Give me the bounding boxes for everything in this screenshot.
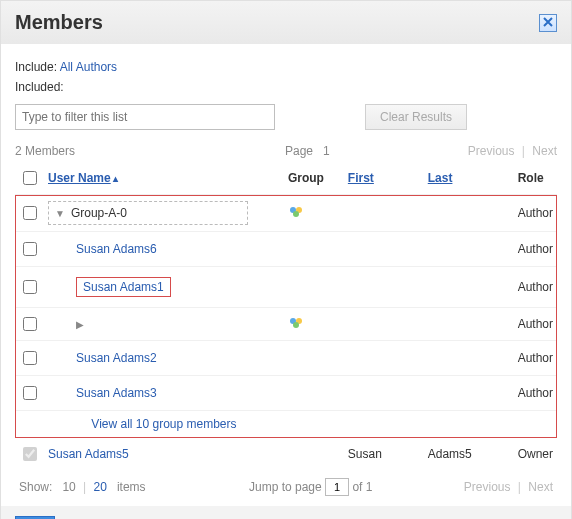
svg-point-2 — [293, 211, 299, 217]
col-last-link[interactable]: Last — [428, 171, 453, 185]
row-checkbox — [23, 447, 37, 461]
expand-down-icon[interactable]: ▼ — [55, 208, 65, 219]
page-size-10[interactable]: 10 — [62, 480, 75, 494]
row-checkbox[interactable] — [23, 280, 37, 294]
highlighted-group-region: ▼ Group-A-0 Author Susan A — [15, 195, 557, 438]
col-group: Group — [284, 162, 344, 195]
col-user-name[interactable]: User Name▴ — [44, 162, 284, 195]
last-cell: Adams5 — [424, 438, 514, 471]
table-row: ▼ Group-A-0 Author — [15, 195, 557, 232]
members-dialog: Members Include: All Authors Included: C… — [0, 0, 572, 519]
row-checkbox[interactable] — [23, 206, 37, 220]
included-label: Included: — [15, 80, 64, 94]
dialog-title: Members — [15, 11, 103, 34]
role-cell: Author — [514, 232, 557, 267]
page-size-20[interactable]: 20 — [94, 480, 107, 494]
member-link[interactable]: Susan Adams2 — [76, 351, 157, 365]
member-link[interactable]: Susan Adams5 — [48, 447, 129, 461]
table-row: Susan Adams5 Susan Adams5 Owner — [15, 438, 557, 471]
page-label: Page — [285, 144, 313, 158]
meta-row: 2 Members Page 1 Previous | Next — [15, 144, 557, 158]
collapsed-group-row[interactable]: ▶ — [48, 315, 248, 334]
button-bar: OK Cancel — [1, 506, 571, 519]
row-checkbox[interactable] — [23, 317, 37, 331]
group-icon — [288, 208, 304, 222]
pager-sep: | — [522, 144, 525, 158]
table-row: Susan Adams3 Author — [15, 376, 557, 411]
col-first-link[interactable]: First — [348, 171, 374, 185]
first-cell: Susan — [344, 438, 424, 471]
dialog-content: Include: All Authors Included: Clear Res… — [1, 44, 571, 506]
jump-page-input[interactable] — [325, 478, 349, 496]
table-row: Susan Adams1 Author — [15, 267, 557, 308]
pager-previous-top: Previous — [468, 144, 515, 158]
group-row[interactable]: ▼ Group-A-0 — [48, 201, 248, 225]
view-all-link[interactable]: View all 10 group members — [91, 417, 236, 431]
svg-point-5 — [293, 322, 299, 328]
include-label: Include: — [15, 60, 57, 74]
titlebar: Members — [1, 1, 571, 44]
table-row: View all 10 group members — [15, 411, 557, 438]
table-row: Susan Adams6 Author — [15, 232, 557, 267]
items-label: items — [117, 480, 146, 494]
show-label: Show: — [19, 480, 52, 494]
clear-results-button: Clear Results — [365, 104, 467, 130]
group-icon — [288, 319, 304, 333]
pager-previous-bottom: Previous — [464, 480, 511, 494]
col-first[interactable]: First — [344, 162, 424, 195]
page-value: 1 — [323, 144, 330, 158]
table-row: Susan Adams2 Author — [15, 341, 557, 376]
pager-next-top: Next — [532, 144, 557, 158]
group-name: Group-A-0 — [71, 206, 127, 220]
sort-asc-icon: ▴ — [113, 173, 118, 184]
member-link[interactable]: Susan Adams3 — [76, 386, 157, 400]
role-cell: Owner — [514, 438, 557, 471]
close-button[interactable] — [539, 14, 557, 32]
table-row: ▶ Author — [15, 308, 557, 341]
expand-right-icon[interactable]: ▶ — [76, 319, 84, 330]
role-cell: Author — [514, 195, 557, 232]
role-cell: Author — [514, 341, 557, 376]
select-all-checkbox[interactable] — [23, 171, 37, 185]
table-footer: Show: 10 | 20 items Jump to page of 1 Pr… — [15, 470, 557, 496]
members-table: User Name▴ Group First Last Role ▼ — [15, 162, 557, 470]
include-value[interactable]: All Authors — [60, 60, 117, 74]
include-line: Include: All Authors — [15, 60, 557, 74]
col-role: Role — [514, 162, 557, 195]
role-cell: Author — [514, 267, 557, 308]
member-link[interactable]: Susan Adams1 — [83, 280, 164, 294]
filter-row: Clear Results — [15, 104, 557, 130]
role-cell: Author — [514, 308, 557, 341]
row-checkbox[interactable] — [23, 386, 37, 400]
close-icon — [543, 16, 553, 30]
pager-next-bottom: Next — [528, 480, 553, 494]
member-count: 2 Members — [15, 144, 285, 158]
jump-label: Jump to page — [249, 480, 322, 494]
row-checkbox[interactable] — [23, 351, 37, 365]
included-line: Included: — [15, 80, 557, 94]
col-user-name-link[interactable]: User Name — [48, 171, 111, 185]
member-link[interactable]: Susan Adams6 — [76, 242, 157, 256]
header-row: User Name▴ Group First Last Role — [15, 162, 557, 195]
jump-of: of 1 — [352, 480, 372, 494]
highlighted-member: Susan Adams1 — [76, 277, 171, 297]
row-checkbox[interactable] — [23, 242, 37, 256]
select-all-header — [15, 162, 44, 195]
role-cell: Author — [514, 376, 557, 411]
filter-input[interactable] — [15, 104, 275, 130]
col-last[interactable]: Last — [424, 162, 514, 195]
